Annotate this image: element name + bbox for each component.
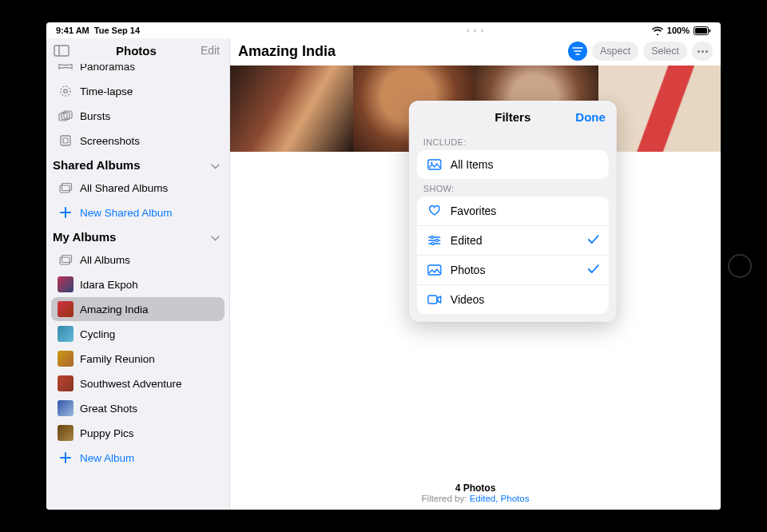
popover-title: Filters: [495, 110, 531, 124]
battery-icon: [693, 26, 711, 35]
content-footer: 4 Photos Filtered by: Edited, Photos: [230, 482, 721, 503]
sidebar-album-southwest[interactable]: Southwest Adventure: [51, 371, 225, 395]
svg-point-19: [435, 239, 438, 241]
filter-favorites[interactable]: Favorites: [417, 197, 609, 225]
done-button[interactable]: Done: [575, 110, 606, 124]
sidebar-item-label: All Albums: [80, 254, 130, 266]
sidebar-album-great-shots[interactable]: Great Shots: [51, 396, 225, 420]
screen: 9:41 AM Tue Sep 14 100% Ph: [46, 22, 721, 510]
svg-rect-14: [60, 257, 70, 264]
row-label: All Items: [451, 158, 494, 171]
sidebar-album-family-reunion[interactable]: Family Reunion: [51, 347, 225, 371]
include-label: INCLUDE:: [409, 133, 617, 150]
section-label: My Albums: [53, 230, 116, 244]
svg-rect-16: [428, 160, 441, 169]
sidebar-scroll[interactable]: Panoramas Time-lapse Bursts Screens: [46, 64, 229, 510]
svg-rect-11: [63, 138, 68, 143]
bursts-icon: [58, 108, 74, 124]
album-thumb: [58, 375, 74, 391]
more-button[interactable]: [692, 42, 713, 61]
svg-rect-2: [709, 29, 711, 32]
aspect-button[interactable]: Aspect: [592, 42, 638, 61]
sidebar-item-label: Amazing India: [80, 304, 149, 316]
stack-icon: [58, 180, 74, 196]
album-thumb: [58, 301, 74, 317]
svg-rect-10: [61, 136, 70, 145]
filters-popover: Filters Done INCLUDE: All Items SHOW:: [409, 101, 617, 322]
sidebar-item-all-shared[interactable]: All Shared Albums: [51, 176, 225, 200]
sidebar-title: Photos: [116, 44, 157, 58]
album-thumb: [58, 425, 74, 441]
stack-icon: [58, 252, 74, 268]
select-label: Select: [651, 46, 679, 57]
timelapse-icon: [58, 83, 74, 99]
sidebar-item-timelapse[interactable]: Time-lapse: [51, 79, 225, 103]
sidebar-album-idara[interactable]: Idara Ekpoh: [51, 272, 225, 296]
svg-point-18: [431, 236, 433, 238]
sidebar-item-label: New Shared Album: [80, 207, 173, 219]
multitask-grabber[interactable]: • • •: [467, 26, 485, 35]
sliders-icon: [427, 232, 443, 248]
sidebar-new-shared-album[interactable]: New Shared Album: [51, 200, 225, 224]
filter-photos[interactable]: Photos: [417, 255, 609, 284]
sidebar-item-label: Screenshots: [80, 135, 140, 147]
heart-icon: [427, 203, 443, 219]
sidebar-item-label: Puppy Pics: [80, 427, 134, 439]
photo-thumbnail[interactable]: [230, 66, 353, 152]
svg-point-5: [61, 86, 70, 96]
sidebar-item-label: Time-lapse: [80, 85, 133, 97]
sidebar-item-label: Panoramas: [80, 64, 135, 73]
sidebar-item-label: Bursts: [80, 110, 110, 122]
section-shared-albums[interactable]: Shared Albums: [46, 153, 229, 175]
sidebar: Photos Edit Panoramas Time-lapse: [46, 38, 230, 510]
sidebar-album-amazing-india[interactable]: Amazing India: [51, 297, 225, 321]
show-label: SHOW:: [409, 179, 617, 197]
filter-links[interactable]: Edited, Photos: [470, 494, 530, 503]
status-bar: 9:41 AM Tue Sep 14 100%: [46, 22, 721, 38]
filter-summary: Filtered by: Edited, Photos: [230, 494, 721, 503]
row-label: Favorites: [451, 204, 497, 217]
filter-button[interactable]: [568, 42, 587, 61]
sidebar-toggle-icon[interactable]: [51, 42, 72, 58]
filter-edited[interactable]: Edited: [417, 225, 609, 255]
sidebar-edit-button[interactable]: Edit: [201, 44, 220, 57]
sidebar-item-label: Family Reunion: [80, 353, 155, 365]
sidebar-item-label: Great Shots: [80, 403, 137, 415]
section-label: Shared Albums: [53, 158, 140, 172]
svg-point-6: [64, 89, 67, 93]
content: • • • Amazing India Aspect Select: [230, 38, 721, 510]
sidebar-item-all-albums[interactable]: All Albums: [51, 248, 225, 272]
ipad-frame: 9:41 AM Tue Sep 14 100% Ph: [0, 0, 767, 532]
plus-icon: [58, 204, 74, 220]
status-date: Tue Sep 14: [94, 26, 140, 35]
aspect-label: Aspect: [600, 46, 630, 57]
filter-all-items[interactable]: All Items: [417, 150, 609, 179]
album-title: Amazing India: [238, 43, 336, 60]
photo-icon: [427, 262, 443, 278]
row-label: Photos: [451, 264, 486, 276]
sidebar-item-screenshots[interactable]: Screenshots: [51, 129, 225, 153]
sidebar-item-label: Southwest Adventure: [80, 378, 182, 390]
filter-prefix: Filtered by:: [422, 494, 470, 503]
all-items-icon: [427, 157, 443, 173]
ellipsis-icon: [697, 50, 708, 53]
album-thumb: [58, 351, 74, 367]
sidebar-album-puppy-pics[interactable]: Puppy Pics: [51, 421, 225, 445]
home-button[interactable]: [728, 254, 752, 278]
battery-percent: 100%: [667, 26, 690, 35]
svg-point-17: [431, 162, 432, 164]
sidebar-item-label: New Album: [80, 452, 134, 464]
svg-rect-12: [60, 185, 70, 193]
filter-icon: [572, 46, 583, 56]
sidebar-item-bursts[interactable]: Bursts: [51, 104, 225, 128]
album-thumb: [58, 326, 74, 342]
row-label: Videos: [451, 293, 485, 306]
section-my-albums[interactable]: My Albums: [46, 225, 229, 247]
chevron-down-icon: [211, 230, 220, 244]
svg-rect-22: [428, 296, 437, 304]
sidebar-item-panoramas[interactable]: Panoramas: [51, 64, 225, 78]
select-button[interactable]: Select: [643, 42, 687, 61]
sidebar-album-cycling[interactable]: Cycling: [51, 322, 225, 346]
filter-videos[interactable]: Videos: [417, 284, 609, 314]
sidebar-new-album[interactable]: New Album: [51, 446, 225, 470]
